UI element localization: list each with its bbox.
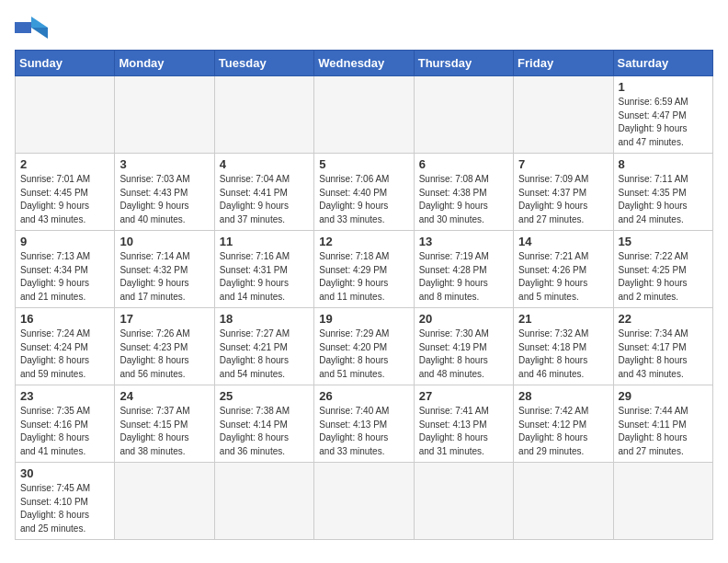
calendar-cell: 30Sunrise: 7:45 AM Sunset: 4:10 PM Dayli… [16,463,115,540]
day-number: 14 [518,235,608,248]
day-info: Sunrise: 7:26 AM Sunset: 4:23 PM Dayligh… [119,327,209,381]
day-info: Sunrise: 7:37 AM Sunset: 4:15 PM Dayligh… [119,405,209,458]
day-number: 27 [419,389,508,403]
day-info: Sunrise: 7:41 AM Sunset: 4:13 PM Dayligh… [419,405,508,458]
svg-marker-2 [31,28,48,39]
day-info: Sunrise: 7:34 AM Sunset: 4:17 PM Dayligh… [619,327,708,381]
calendar-cell: 23Sunrise: 7:35 AM Sunset: 4:16 PM Dayli… [16,385,115,463]
day-info: Sunrise: 7:03 AM Sunset: 4:43 PM Dayligh… [119,173,209,226]
calendar-cell: 6Sunrise: 7:08 AM Sunset: 4:38 PM Daylig… [414,154,513,231]
day-info: Sunrise: 6:59 AM Sunset: 4:47 PM Dayligh… [619,96,708,149]
calendar-cell: 5Sunrise: 7:06 AM Sunset: 4:40 PM Daylig… [314,154,414,231]
calendar-cell: 17Sunrise: 7:26 AM Sunset: 4:23 PM Dayli… [115,308,214,385]
day-number: 4 [220,157,309,171]
day-number: 11 [220,235,309,248]
calendar-cell: 12Sunrise: 7:18 AM Sunset: 4:29 PM Dayli… [314,231,414,308]
day-number: 22 [619,312,708,326]
day-info: Sunrise: 7:18 AM Sunset: 4:29 PM Dayligh… [319,250,408,304]
day-number: 12 [319,235,408,248]
day-info: Sunrise: 7:19 AM Sunset: 4:28 PM Dayligh… [419,250,508,304]
day-info: Sunrise: 7:16 AM Sunset: 4:31 PM Dayligh… [220,250,309,304]
calendar-cell [214,76,313,154]
calendar-cell: 15Sunrise: 7:22 AM Sunset: 4:25 PM Dayli… [613,231,712,308]
day-number: 6 [419,157,508,171]
day-info: Sunrise: 7:45 AM Sunset: 4:10 PM Dayligh… [20,482,109,535]
calendar-cell [514,463,613,540]
logo-icon [15,15,48,40]
calendar-cell: 21Sunrise: 7:32 AM Sunset: 4:18 PM Dayli… [514,308,613,385]
calendar-cell: 11Sunrise: 7:16 AM Sunset: 4:31 PM Dayli… [214,231,313,308]
calendar-cell [314,463,414,540]
day-number: 28 [518,389,608,403]
day-info: Sunrise: 7:32 AM Sunset: 4:18 PM Dayligh… [518,327,608,381]
day-number: 23 [20,389,109,403]
calendar-cell: 28Sunrise: 7:42 AM Sunset: 4:12 PM Dayli… [514,385,613,463]
day-info: Sunrise: 7:30 AM Sunset: 4:19 PM Dayligh… [419,327,508,381]
day-number: 20 [419,312,508,326]
day-info: Sunrise: 7:42 AM Sunset: 4:12 PM Dayligh… [518,405,608,458]
day-info: Sunrise: 7:44 AM Sunset: 4:11 PM Dayligh… [619,405,708,458]
day-number: 19 [319,312,408,326]
svg-rect-0 [15,22,31,33]
day-info: Sunrise: 7:04 AM Sunset: 4:41 PM Dayligh… [220,173,309,226]
day-info: Sunrise: 7:40 AM Sunset: 4:13 PM Dayligh… [319,405,408,458]
calendar: SundayMondayTuesdayWednesdayThursdayFrid… [15,50,713,540]
calendar-cell: 2Sunrise: 7:01 AM Sunset: 4:45 PM Daylig… [16,154,115,231]
day-number: 15 [619,235,708,248]
calendar-cell: 22Sunrise: 7:34 AM Sunset: 4:17 PM Dayli… [613,308,712,385]
day-number: 8 [619,157,708,171]
calendar-cell: 18Sunrise: 7:27 AM Sunset: 4:21 PM Dayli… [214,308,313,385]
day-info: Sunrise: 7:29 AM Sunset: 4:20 PM Dayligh… [319,327,408,381]
weekday-header-saturday: Saturday [613,51,712,76]
day-number: 21 [518,312,608,326]
weekday-header-friday: Friday [514,51,613,76]
day-info: Sunrise: 7:11 AM Sunset: 4:35 PM Dayligh… [619,173,708,226]
weekday-header-sunday: Sunday [16,51,115,76]
day-info: Sunrise: 7:22 AM Sunset: 4:25 PM Dayligh… [619,250,708,304]
calendar-cell [414,76,513,154]
day-number: 24 [119,389,209,403]
day-number: 29 [619,389,708,403]
calendar-cell: 13Sunrise: 7:19 AM Sunset: 4:28 PM Dayli… [414,231,513,308]
calendar-cell: 27Sunrise: 7:41 AM Sunset: 4:13 PM Dayli… [414,385,513,463]
calendar-cell [115,463,214,540]
day-info: Sunrise: 7:09 AM Sunset: 4:37 PM Dayligh… [518,173,608,226]
day-info: Sunrise: 7:27 AM Sunset: 4:21 PM Dayligh… [220,327,309,381]
calendar-cell [613,463,712,540]
calendar-cell: 4Sunrise: 7:04 AM Sunset: 4:41 PM Daylig… [214,154,313,231]
day-info: Sunrise: 7:08 AM Sunset: 4:38 PM Dayligh… [419,173,508,226]
svg-marker-1 [31,17,48,28]
calendar-cell: 29Sunrise: 7:44 AM Sunset: 4:11 PM Dayli… [613,385,712,463]
calendar-cell: 1Sunrise: 6:59 AM Sunset: 4:47 PM Daylig… [613,76,712,154]
day-number: 10 [119,235,209,248]
weekday-header-thursday: Thursday [414,51,513,76]
calendar-cell [514,76,613,154]
day-info: Sunrise: 7:24 AM Sunset: 4:24 PM Dayligh… [20,327,109,381]
day-number: 18 [220,312,309,326]
day-number: 25 [220,389,309,403]
day-number: 2 [20,157,109,171]
day-number: 3 [119,157,209,171]
calendar-cell: 9Sunrise: 7:13 AM Sunset: 4:34 PM Daylig… [16,231,115,308]
calendar-cell: 20Sunrise: 7:30 AM Sunset: 4:19 PM Dayli… [414,308,513,385]
day-number: 16 [20,312,109,326]
day-info: Sunrise: 7:06 AM Sunset: 4:40 PM Dayligh… [319,173,408,226]
day-info: Sunrise: 7:01 AM Sunset: 4:45 PM Dayligh… [20,173,109,226]
day-info: Sunrise: 7:35 AM Sunset: 4:16 PM Dayligh… [20,405,109,458]
logo [15,15,51,40]
calendar-cell: 24Sunrise: 7:37 AM Sunset: 4:15 PM Dayli… [115,385,214,463]
calendar-cell [115,76,214,154]
calendar-cell [414,463,513,540]
day-number: 13 [419,235,508,248]
day-number: 7 [518,157,608,171]
calendar-cell: 14Sunrise: 7:21 AM Sunset: 4:26 PM Dayli… [514,231,613,308]
calendar-cell: 7Sunrise: 7:09 AM Sunset: 4:37 PM Daylig… [514,154,613,231]
weekday-header-monday: Monday [115,51,214,76]
calendar-cell: 19Sunrise: 7:29 AM Sunset: 4:20 PM Dayli… [314,308,414,385]
weekday-header-wednesday: Wednesday [314,51,414,76]
day-info: Sunrise: 7:38 AM Sunset: 4:14 PM Dayligh… [220,405,309,458]
day-number: 17 [119,312,209,326]
day-number: 9 [20,235,109,248]
day-info: Sunrise: 7:14 AM Sunset: 4:32 PM Dayligh… [119,250,209,304]
day-info: Sunrise: 7:13 AM Sunset: 4:34 PM Dayligh… [20,250,109,304]
